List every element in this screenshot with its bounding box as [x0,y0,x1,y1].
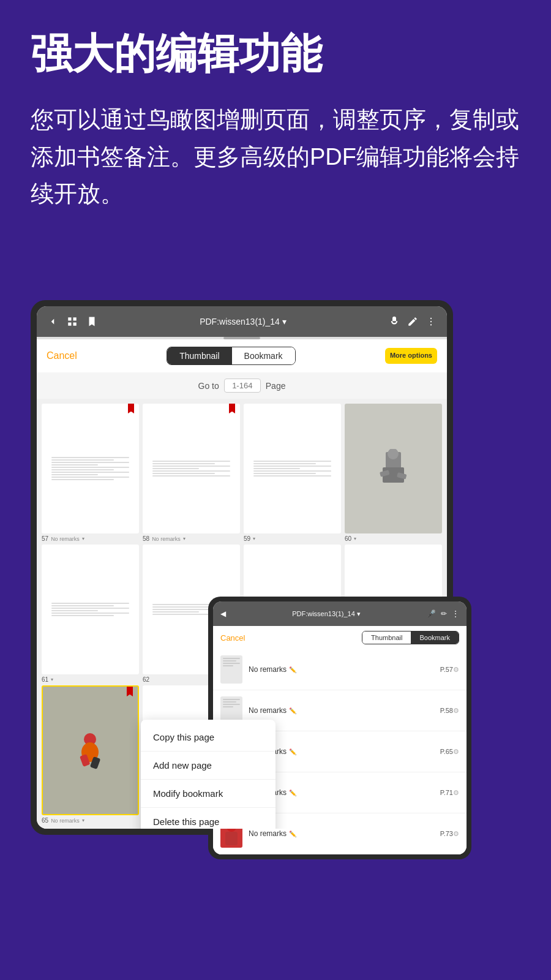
bm-title-65: No remarks ✏️ [249,747,440,756]
context-add-page[interactable]: Add new page [141,752,276,780]
svg-point-6 [430,324,432,325]
bookmark-flag-58 [229,404,235,413]
thumb-lines-61 [51,557,129,662]
bm-edit-icon-57: ✏️ [289,666,296,673]
thumb-label-65: 65 No remarks ▾ [42,817,139,824]
svg-rect-0 [68,317,71,320]
bm-gear-65[interactable]: ⚙ [453,748,459,756]
pencil-icon[interactable] [407,315,419,328]
bm-title-71: No remarks ✏️ [249,788,440,797]
s-back-icon[interactable]: ◀ [220,609,226,618]
context-copy-page[interactable]: Copy this page [141,723,276,752]
page-description: 您可以通过鸟瞰图增删页面，调整页序，复制或添加书签备注。更多高级的PDF编辑功能… [31,101,520,213]
thumb-page-59 [244,404,341,533]
header-section: 强大的编辑功能 您可以通过鸟瞰图增删页面，调整页序，复制或添加书签备注。更多高级… [0,0,551,231]
goto-row: Go to Page [37,372,447,399]
thumb-label-61: 61 ▾ [42,676,139,683]
s-more-icon[interactable]: ⋮ [452,609,459,618]
s-mic-icon[interactable]: 🎤 [427,609,436,618]
svg-point-4 [430,318,432,319]
tab-group: Thumbnail Bookmark [167,347,295,365]
thumb-page-57 [42,404,139,533]
s-tab-group: Thumbnail Bookmark [362,631,459,644]
bm-page-57: P.57 [440,666,453,673]
bm-title-57: No remarks ✏️ [249,665,440,674]
s-tab-thumbnail[interactable]: Thumbnail [362,631,411,644]
toolbar-right [388,315,437,328]
thumbnail-65[interactable]: 65 No remarks ▾ [42,685,139,824]
thumb-lines-59 [253,417,331,521]
thumbnail-59[interactable]: 59 ▾ [244,404,341,542]
cancel-button[interactable]: Cancel [47,350,77,361]
secondary-panel-header: Cancel Thumbnail Bookmark [213,626,467,649]
svg-rect-2 [68,323,71,326]
bm-page-73: P.73 [440,830,453,837]
toolbar-title: PDF:wissen13(1)_14 ▾ [200,317,287,326]
scroll-thumb [223,337,260,339]
bm-gear-58[interactable]: ⚙ [453,707,459,715]
thumb-page-61 [42,545,139,674]
bm-thumb-57 [220,655,242,684]
page-title: 强大的编辑功能 [31,31,520,77]
thumbnail-60[interactable]: 60 ▾ [345,404,442,542]
bm-page-58: P.58 [440,707,453,714]
bm-title-73: No remarks ✏️ [249,829,440,838]
more-options-button[interactable]: More options [385,348,437,363]
thumb-page-60 [345,404,442,533]
svg-rect-23 [225,832,238,845]
context-menu: Copy this page Add new page Modify bookm… [141,720,276,829]
thumb-lines-57 [51,417,129,521]
thumb-lines-58 [152,417,230,521]
back-icon[interactable] [47,315,59,328]
panel-header: Cancel Thumbnail Bookmark More options [37,339,447,372]
s-toolbar-right: 🎤 ✏ ⋮ [427,609,459,618]
bm-gear-57[interactable]: ⚙ [453,666,459,674]
bookmark-flag-57 [128,404,134,413]
bm-page-65: P.65 [440,748,453,755]
secondary-toolbar: ◀ PDF:wissen13(1)_14 ▾ 🎤 ✏ ⋮ [213,601,467,626]
toolbar-left [47,315,98,328]
tab-thumbnail[interactable]: Thumbnail [167,347,231,364]
s-toolbar-title: PDF:wissen13(1)_14 ▾ [292,610,361,618]
thumbnail-grid: 57 No remarks ▾ [37,399,447,542]
bm-edit-icon-73: ✏️ [289,831,296,837]
tablet-main: PDF:wissen13(1)_14 ▾ [31,300,453,835]
svg-rect-3 [73,323,77,326]
thumb-label-60: 60 ▾ [345,535,442,542]
thumb-page-65 [42,685,139,815]
bm-edit-icon-58: ✏️ [289,707,296,714]
s-cancel-button[interactable]: Cancel [220,633,245,643]
scroll-indicator [37,337,447,339]
thumb-label-59: 59 ▾ [244,535,341,542]
s-pencil-icon[interactable]: ✏ [441,609,447,618]
device-mockup-container: PDF:wissen13(1)_14 ▾ [31,300,520,835]
mic-icon[interactable] [388,315,400,328]
goto-label: Go to [198,381,219,391]
page-input[interactable] [224,379,261,393]
page-label: Page [266,381,286,391]
bm-title-58: No remarks ✏️ [249,706,440,715]
thumbnail-61[interactable]: 61 ▾ [42,545,139,683]
bookmark-flag-65 [127,687,133,696]
more-icon[interactable] [425,315,437,328]
thumb-page-58 [143,404,240,533]
grid-icon[interactable] [66,315,78,328]
thumb-label-57: 57 No remarks ▾ [42,535,139,542]
bookmark-icon[interactable] [86,315,98,328]
bm-page-71: P.71 [440,789,453,796]
bookmark-item-57[interactable]: No remarks ✏️ P.57 ⚙ [213,649,467,690]
bm-gear-73[interactable]: ⚙ [453,830,459,838]
bm-edit-icon-65: ✏️ [289,748,296,755]
bm-edit-icon-71: ✏️ [289,790,296,796]
thumbnail-58[interactable]: 58 No remarks ▾ [143,404,240,542]
s-tab-bookmark[interactable]: Bookmark [411,631,459,644]
svg-rect-1 [73,317,77,320]
tablet-toolbar: PDF:wissen13(1)_14 ▾ [37,306,447,337]
thumb-label-58: 58 No remarks ▾ [143,535,240,542]
context-delete-page[interactable]: Delete this page [141,808,276,829]
context-modify-bookmark[interactable]: Modify bookmark [141,780,276,808]
svg-point-5 [430,321,432,322]
bm-gear-71[interactable]: ⚙ [453,789,459,797]
tab-bookmark[interactable]: Bookmark [232,347,295,364]
thumbnail-57[interactable]: 57 No remarks ▾ [42,404,139,542]
